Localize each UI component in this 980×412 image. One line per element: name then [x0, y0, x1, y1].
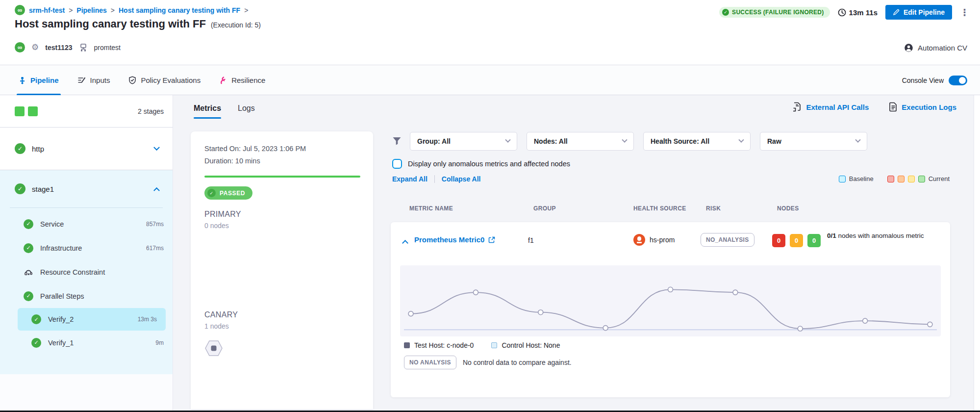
step-duration: 9m	[155, 339, 164, 346]
step-resource-constraint[interactable]: Resource Constraint	[0, 260, 173, 284]
more-options-icon[interactable]: ⋮	[960, 8, 969, 17]
filter-icon[interactable]	[392, 137, 402, 146]
console-view-label: Console View	[902, 77, 944, 84]
metric-chart[interactable]	[400, 265, 941, 336]
external-link-icon	[488, 236, 495, 243]
execution-page: srm-hf-test > Pipelines > Host sampling …	[0, 0, 980, 412]
step-parallel-steps[interactable]: Parallel Steps	[0, 284, 173, 308]
primary-label: PRIMARY	[204, 210, 241, 219]
step-verify-2[interactable]: Verify_2 13m 3s	[18, 308, 166, 331]
passed-badge: PASSED	[204, 186, 252, 200]
baseline-current-legend: Baseline Current	[839, 175, 950, 182]
header: srm-hf-test > Pipelines > Host sampling …	[0, 0, 980, 65]
clock-icon	[838, 8, 846, 17]
chevron-down-icon[interactable]	[153, 144, 160, 151]
tab-policy-evaluations[interactable]: Policy Evaluations	[128, 66, 201, 95]
document-icon	[889, 102, 897, 112]
step-service[interactable]: Service 857ms	[0, 212, 173, 236]
stages-count: 2 stages	[138, 107, 164, 115]
group-filter-dropdown[interactable]: Group: All	[410, 132, 517, 151]
data-type-dropdown[interactable]: Raw	[760, 132, 867, 151]
nodes-summary-text: nodes with anomalous metric	[838, 232, 924, 239]
col-health-source: HEALTH SOURCE	[633, 205, 686, 212]
status-badge: SUCCESS (FAILURE IGNORED)	[719, 7, 830, 18]
step-parallel-steps-label: Parallel Steps	[40, 292, 84, 300]
metric-name-label: Prometheus Metric0	[414, 235, 484, 244]
analysis-result: NO ANALYSIS No control data to compare a…	[404, 356, 572, 369]
environment-icon	[79, 43, 88, 52]
breadcrumb-separator: >	[111, 6, 115, 14]
content-area: 2 stages http stage1 Service 8	[0, 95, 980, 411]
service-name[interactable]: test1123	[45, 44, 72, 52]
step-verify-1[interactable]: Verify_1 9m	[0, 331, 173, 355]
success-check-icon	[15, 183, 25, 194]
anomalous-node-count-red: 0	[772, 234, 785, 247]
tab-logs[interactable]: Logs	[238, 104, 255, 119]
execution-logs-label: Execution Logs	[902, 103, 956, 111]
harness-project-icon	[15, 5, 25, 15]
external-api-calls-link[interactable]: External API Calls	[793, 102, 869, 112]
execution-logs-link[interactable]: Execution Logs	[889, 102, 956, 112]
anomalous-checkbox[interactable]	[392, 159, 402, 169]
tab-resilience[interactable]: Resilience	[219, 66, 265, 95]
breadcrumb-project[interactable]: srm-hf-test	[29, 6, 65, 14]
edit-pipeline-button[interactable]: Edit Pipeline	[885, 5, 952, 20]
execution-id: (Execution Id: 5)	[211, 21, 261, 29]
tab-inputs[interactable]: Inputs	[77, 66, 110, 95]
col-nodes: NODES	[777, 205, 799, 212]
tab-pipeline[interactable]: Pipeline	[19, 66, 59, 95]
col-risk: RISK	[706, 205, 721, 212]
sidebar-item-stage1[interactable]: stage1	[0, 170, 173, 207]
test-host-label: Test Host: c-node-0	[414, 341, 474, 349]
success-check-icon	[24, 291, 33, 301]
col-group: GROUP	[533, 205, 556, 212]
metric-filters: Group: All Nodes: All Health Source: All…	[392, 132, 867, 151]
collapse-all-link[interactable]: Collapse All	[442, 175, 481, 183]
risk-badge: NO_ANALYSIS	[701, 233, 754, 247]
success-check-icon	[15, 143, 25, 154]
sidebar-item-http[interactable]: http	[0, 128, 173, 170]
breadcrumb-pipeline-name[interactable]: Host sampling canary testing with FF	[119, 6, 240, 14]
anomalous-filter: Display only anomalous metrics and affec…	[392, 159, 570, 169]
console-view-toggle[interactable]	[949, 76, 967, 85]
step-infrastructure[interactable]: Infrastructure 617ms	[0, 236, 173, 260]
canary-node-hexagon-icon[interactable]	[204, 340, 223, 357]
scrollbar-track[interactable]	[974, 95, 980, 411]
control-host-legend: Control Host: None	[491, 341, 560, 349]
metric-name-link[interactable]: Prometheus Metric0	[414, 235, 495, 244]
primary-nodes: 0 nodes	[204, 222, 229, 230]
breadcrumb-pipelines[interactable]: Pipelines	[76, 6, 106, 14]
chevron-down-icon	[855, 137, 860, 143]
host-legend: Test Host: c-node-0 Control Host: None	[404, 341, 560, 349]
current-red-swatch	[887, 176, 894, 182]
stage-status-square	[28, 106, 38, 116]
nodes-filter-dropdown[interactable]: Nodes: All	[527, 132, 634, 151]
console-view-control: Console View	[902, 66, 967, 95]
collapse-row-chevron-icon[interactable]	[402, 240, 408, 246]
chevron-up-icon[interactable]	[153, 187, 160, 193]
header-actions: SUCCESS (FAILURE IGNORED) 13m 11s Edit P…	[719, 5, 969, 20]
verify-step-tabs: Metrics Logs	[194, 104, 255, 119]
tabs: Pipeline Inputs Policy Evaluations Resil…	[0, 66, 265, 95]
environment-name[interactable]: promtest	[94, 44, 121, 52]
nodes-filter-label: Nodes: All	[534, 137, 568, 145]
success-check-icon	[24, 243, 33, 253]
health-source-filter-dropdown[interactable]: Health Source: All	[643, 132, 751, 151]
data-type-label: Raw	[767, 137, 781, 145]
canary-nodes: 1 nodes	[204, 322, 229, 330]
api-document-icon	[793, 102, 802, 112]
execution-meta: ⚙ test1123 promtest	[15, 42, 121, 52]
triggered-by: Automation CV	[904, 43, 967, 52]
step-verify-2-label: Verify_2	[48, 315, 74, 323]
stage-status-square	[15, 106, 25, 116]
tab-policy-evaluations-label: Policy Evaluations	[141, 76, 201, 84]
step-infrastructure-label: Infrastructure	[40, 244, 82, 252]
test-host-legend: Test Host: c-node-0	[404, 341, 474, 349]
inputs-icon	[77, 77, 86, 84]
anomalous-checkbox-label: Display only anomalous metrics and affec…	[408, 160, 570, 168]
passed-label: PASSED	[220, 190, 245, 197]
expand-all-link[interactable]: Expand All	[392, 175, 427, 183]
queue-icon	[24, 267, 33, 277]
tab-metrics[interactable]: Metrics	[194, 104, 221, 119]
tab-resilience-label: Resilience	[231, 76, 265, 84]
